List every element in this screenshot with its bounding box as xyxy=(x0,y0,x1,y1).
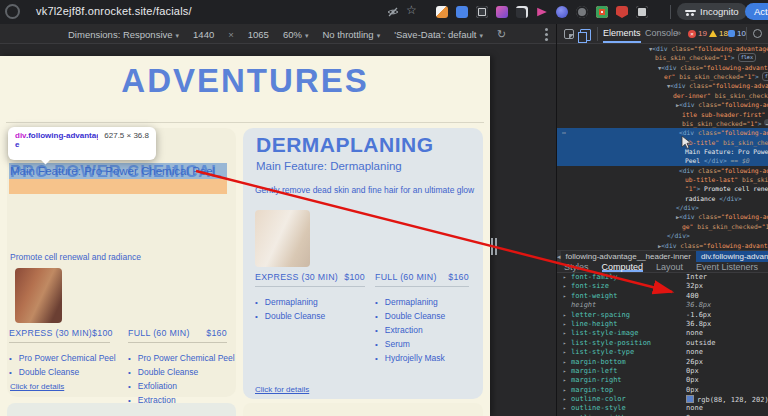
device-toolbar-toggle-icon[interactable] xyxy=(580,29,591,41)
computed-property-row[interactable]: ▸line-height36.8px xyxy=(557,320,768,329)
throttling-dropdown[interactable]: No throttling▾ xyxy=(322,29,380,40)
treatment-card-dermaplaning: DERMAPLANING Main Feature: Dermaplaning … xyxy=(243,128,483,399)
extension-icon[interactable] xyxy=(576,6,588,18)
extension-icon[interactable] xyxy=(596,6,608,18)
computed-property-row[interactable]: ▸margin-top0px xyxy=(557,386,768,395)
extension-icon[interactable] xyxy=(496,6,508,18)
more-tabs-icon[interactable]: » xyxy=(676,24,681,43)
extension-icon[interactable] xyxy=(476,6,488,18)
tree-line[interactable]: itle sub-header-first" xyxy=(557,110,768,119)
tree-line[interactable]: ▶<div class="following-adv xyxy=(557,100,768,109)
computed-property-row[interactable]: ▸margin-left0px xyxy=(557,367,768,376)
bullet-icon: • xyxy=(9,368,12,377)
device-toolbar-menu-icon[interactable] xyxy=(545,28,548,31)
screenshot-root: vk7l2ejf8f.onrocket.site/facials/ ☆ Inco… xyxy=(0,0,768,416)
action-button[interactable]: Action re xyxy=(745,3,768,20)
tree-line[interactable]: bis_skin_checked="1">…< xyxy=(557,119,768,128)
chevron-down-icon: ▾ xyxy=(176,32,180,39)
sidebar-tabs: Styles Computed Layout Event Listeners D… xyxy=(557,262,768,273)
incognito-badge: Incognito xyxy=(677,3,747,20)
computed-property-row[interactable]: ▸list-style-positionoutside xyxy=(557,339,768,348)
computed-property-row[interactable]: ▸letter-spacing-1.6px xyxy=(557,311,768,320)
tree-line[interactable]: ▼<div class="following-advanta xyxy=(557,63,768,72)
address-bar-url[interactable]: vk7l2ejf8f.onrocket.site/facials/ xyxy=(36,5,192,17)
inspect-element-icon[interactable] xyxy=(564,29,574,39)
breadcrumb-current[interactable]: div.following-advantage_ xyxy=(696,251,768,262)
settings-gear-icon[interactable] xyxy=(753,29,762,38)
computed-property-row[interactable]: ▸outline-colorrgb(88, 128, 202) xyxy=(557,395,768,404)
tree-line[interactable]: ▼<div class="following-advan xyxy=(557,81,768,90)
computed-property-row[interactable]: ▸list-style-typenone xyxy=(557,348,768,357)
dimensions-dropdown[interactable]: Dimensions: Responsive▾ xyxy=(68,29,179,40)
toolbar-separator xyxy=(670,5,671,19)
preview-eye-off-icon[interactable] xyxy=(386,5,400,23)
extension-icon[interactable] xyxy=(516,6,528,18)
extension-icon[interactable] xyxy=(556,6,568,18)
viewport-height-input[interactable]: 1065 xyxy=(248,29,269,40)
tree-line[interactable]: ▼<div class="following-advantage xyxy=(557,44,768,53)
computed-property-row[interactable]: ▸margin-right0px xyxy=(557,376,768,385)
extension-icon[interactable] xyxy=(456,6,468,18)
tree-line[interactable]: "1"> Promote cell renewal xyxy=(557,184,768,193)
tab-elements[interactable]: Elements xyxy=(603,24,641,43)
tree-line[interactable]: ub-title" bis_skin_checked xyxy=(557,138,768,147)
zoom-dropdown[interactable]: 60%▾ xyxy=(283,29,309,40)
emulation-stage: ADVENTURES PRO POWER CHEMICAL PEEL Promo… xyxy=(0,44,556,416)
tab-console[interactable]: Console xyxy=(645,24,678,43)
elements-tree: ▼<div class="following-advantagebis_skin… xyxy=(557,44,768,250)
extension-icon[interactable] xyxy=(536,6,548,18)
tooltip-selector-wrap: e xyxy=(15,140,149,149)
tab-computed[interactable]: Computed xyxy=(602,262,644,272)
warning-badge[interactable]: 18 xyxy=(709,24,728,43)
extension-icon[interactable] xyxy=(616,6,628,18)
viewport-width-input[interactable]: 1440 xyxy=(193,29,214,40)
tree-line[interactable]: </div> xyxy=(557,231,768,240)
tree-line[interactable]: ⋯<div class="following-adva xyxy=(557,128,768,137)
tooltip-selector: div.following-advantage__sub-titl xyxy=(15,131,98,140)
extensions-row xyxy=(436,6,648,18)
breadcrumb-parent[interactable]: following-advantage__header-inner xyxy=(561,251,696,262)
computed-property-row[interactable]: ▸font-size32px xyxy=(557,282,768,291)
extension-icon[interactable] xyxy=(636,6,648,18)
bookmark-star-icon[interactable]: ☆ xyxy=(406,3,417,17)
toolbar-separator xyxy=(746,27,747,40)
tree-line[interactable]: </div> xyxy=(557,203,768,212)
details-link[interactable]: Click for details xyxy=(255,385,309,394)
tree-line[interactable]: ge" bis_skin_checked="1">… xyxy=(557,222,768,231)
tree-line[interactable]: Main Feature: Pro Power Ch xyxy=(557,147,768,156)
computed-property-row[interactable]: ▸margin-bottom26px xyxy=(557,358,768,367)
bullet-icon: • xyxy=(128,354,131,363)
list-item: •Pro Power Chemical Peel xyxy=(128,351,227,365)
tree-line[interactable]: der-inner" bis_skin_checked xyxy=(557,91,768,100)
tree-line[interactable]: <div class="following-adva xyxy=(557,166,768,175)
computed-property-row[interactable]: ▸list-style-imagenone xyxy=(557,329,768,338)
computed-property-row[interactable]: height36.8px xyxy=(557,301,768,310)
tree-line[interactable]: Peel </div> == $0 xyxy=(557,156,768,165)
tree-line[interactable]: ▶<div class="following-advanta xyxy=(557,241,768,250)
tab-event-listeners[interactable]: Event Listeners xyxy=(696,262,758,272)
tab-styles[interactable]: Styles xyxy=(564,262,589,272)
viewport-resize-handle[interactable] xyxy=(491,238,498,255)
tab-layout[interactable]: Layout xyxy=(656,262,683,272)
chevron-down-icon: ▾ xyxy=(480,32,484,39)
error-badge[interactable]: ×19 xyxy=(688,24,707,43)
tree-line[interactable]: ub-title-last" bis_skin_ch xyxy=(557,175,768,184)
save-data-dropdown[interactable]: 'Save-Data': default▾ xyxy=(394,29,483,40)
issues-badge[interactable]: 10 xyxy=(728,24,746,43)
computed-property-row[interactable]: ▸font-weight400 xyxy=(557,292,768,301)
tree-line[interactable]: radiance </div> xyxy=(557,194,768,203)
computed-property-row[interactable]: ▸font-familyInter xyxy=(557,273,768,282)
incognito-icon xyxy=(685,7,696,16)
list-item: •Double Cleanse xyxy=(128,365,227,379)
tree-line[interactable]: ▶<div class="following-advan xyxy=(557,212,768,221)
rotate-viewport-icon[interactable]: ↻ xyxy=(497,28,506,41)
details-link[interactable]: Click for details xyxy=(10,382,64,391)
bullet-icon: • xyxy=(255,312,258,321)
extension-icon[interactable] xyxy=(436,6,448,18)
tree-line[interactable]: bis_skin_checked="1">flex xyxy=(557,53,768,62)
list-item: •Double Cleanse xyxy=(255,309,365,323)
dimensions-times: × xyxy=(228,29,234,40)
bullet-icon: • xyxy=(128,368,131,377)
tree-line[interactable]: er" bis_skin_checked="1">fle xyxy=(557,72,768,81)
computed-property-row[interactable]: ▸outline-stylenone xyxy=(557,404,768,413)
